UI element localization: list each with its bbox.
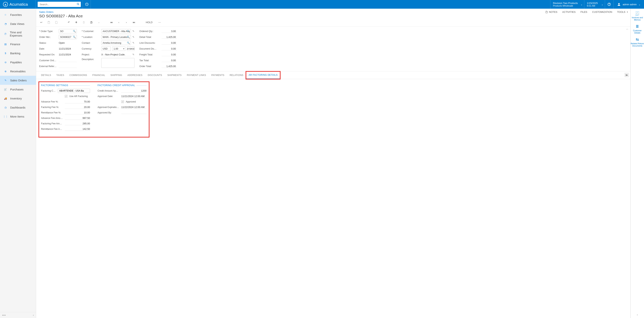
customer-label: Customer: (82, 30, 100, 33)
tab-ar-factoring-details[interactable]: AR FACTORING DETAILS (246, 71, 280, 79)
edit-contact-icon[interactable]: ✎ (132, 42, 134, 44)
nav-label: Favorites (10, 13, 22, 17)
help-button[interactable] (605, 0, 614, 9)
currency-rate-field[interactable]: 1.00▾ (112, 47, 126, 51)
rail-related-returns[interactable]: ⇆ Related Return Documents (631, 37, 644, 47)
undo-button[interactable]: ↶ (67, 20, 71, 25)
nav-label: More Items (10, 115, 24, 118)
svg-rect-8 (90, 22, 92, 23)
tenant-selector[interactable]: Revision Two Products Products Wholesale… (550, 0, 584, 9)
files-action[interactable]: FILES (580, 11, 587, 13)
search-input[interactable] (38, 2, 81, 7)
nav-item-time-and-expenses[interactable]: ⏱Time and Expenses (0, 28, 36, 40)
currency-field[interactable]: USD (101, 47, 111, 51)
nav-icon: ◔ (4, 22, 8, 26)
edit-customer-icon[interactable]: ✎ (132, 30, 134, 33)
freight-total-label: Freight Total: (139, 53, 160, 56)
more-menu-icon[interactable]: ••• (2, 314, 6, 316)
business-time: 6:01 AM (587, 5, 602, 7)
notes-action[interactable]: NOTES (545, 11, 558, 13)
edit-location-icon[interactable]: ✎ (132, 36, 134, 39)
tab-shipments[interactable]: SHIPMENTS (165, 72, 184, 79)
edit-project-icon[interactable]: ✎ (132, 53, 134, 56)
nav-item-finance[interactable]: ▤Finance (0, 40, 36, 49)
tabs-overflow-button[interactable]: ≫ (624, 73, 629, 77)
tab-payments[interactable]: PAYMENTS (209, 72, 227, 79)
nav-item-dashboards[interactable]: ◷Dashboards (0, 103, 36, 112)
invoice-icon: 🧾 (635, 11, 640, 16)
clipboard-dropdown[interactable]: ⌄ (97, 20, 101, 25)
description-field[interactable] (101, 58, 134, 68)
hold-button[interactable]: HOLD (144, 20, 154, 25)
customer-field[interactable]: AACUSTOMER - Alta Ace🔍 (101, 29, 131, 33)
factoring-company-field[interactable] (58, 89, 90, 93)
prev-record-button[interactable]: ‹ (117, 20, 121, 25)
user-name: admin admin (623, 3, 637, 6)
first-record-button[interactable]: ⏮ (109, 20, 113, 25)
tab-commissions[interactable]: COMMISSIONS (67, 72, 90, 79)
files-label: FILES (580, 11, 587, 13)
customization-action[interactable]: CUSTOMIZATION (592, 11, 612, 13)
nav-item-sales-orders[interactable]: ✎Sales Orders (0, 76, 36, 85)
factoring-fee-amt-label: Factoring Fee Am… (41, 122, 64, 125)
tools-action[interactable]: TOOLS (617, 11, 628, 13)
selector-icon[interactable]: 🔍 (127, 42, 130, 44)
nav-item-receivables[interactable]: ⊕Receivables (0, 67, 36, 76)
currency-label: Currency: (82, 48, 100, 50)
use-ar-factoring-checkbox[interactable]: ✓ (65, 95, 68, 98)
selector-icon[interactable]: 🔍 (73, 36, 76, 39)
view-base-button[interactable]: VIEW BASE (127, 47, 134, 51)
order-type-label: Order Type: (39, 30, 57, 33)
tab-payment-links[interactable]: PAYMENT LINKS (184, 72, 209, 79)
tab-details[interactable]: DETAILS (38, 72, 54, 79)
recent-icon[interactable] (83, 0, 91, 9)
nav-item-inventory[interactable]: 🚚Inventory (0, 94, 36, 103)
activities-label: ACTIVITIES (562, 11, 576, 13)
rail-customer-details[interactable]: ≣ Customer Details (631, 24, 644, 34)
last-record-button[interactable]: ⏭ (132, 20, 136, 25)
tab-taxes[interactable]: TAXES (54, 72, 67, 79)
nav-item-data-views[interactable]: ◔Data Views (0, 19, 36, 28)
svg-rect-6 (48, 21, 49, 22)
more-actions-button[interactable]: ⋯ (158, 20, 162, 25)
nav-item-favorites[interactable]: ☆Favorites (0, 10, 36, 19)
next-record-button[interactable]: › (124, 20, 128, 25)
tab-addresses[interactable]: ADDRESSES (125, 72, 145, 79)
nav-item-more-items[interactable]: ⋮⋮More Items (0, 112, 36, 121)
order-type-field[interactable]: SO🔍 (59, 29, 77, 33)
collapse-nav-icon[interactable]: ‹ (33, 314, 34, 316)
tab-shipping[interactable]: SHIPPING (108, 72, 125, 79)
nav-item-banking[interactable]: $Banking (0, 49, 36, 58)
back-button[interactable]: ↩ (39, 20, 43, 25)
clipboard-button[interactable] (89, 20, 94, 25)
brand-logo[interactable]: a Acumatica (0, 0, 36, 9)
selector-icon[interactable]: 🔍 (73, 30, 76, 33)
line-discounts-label: Line Discounts: (139, 42, 160, 44)
user-menu[interactable]: admin admin ⌄ (614, 0, 644, 9)
ordered-qty-value: 3.00 (162, 30, 177, 33)
nav-item-purchases[interactable]: 🛒Purchases (0, 85, 36, 94)
selector-icon[interactable]: 🔍 (127, 30, 130, 33)
location-field[interactable]: MAIN - Primary Location🔍 (101, 35, 131, 39)
chevron-down-icon: ⌄ (580, 3, 582, 6)
business-date-selector[interactable]: 1/15/2025 6:01 AM ⌄ (584, 0, 605, 9)
order-type-value: SO (60, 30, 64, 33)
contact-field[interactable]: Amelia Armstrong🔍 (101, 41, 131, 45)
nav-icon: 🛒 (4, 87, 8, 91)
approved-checkbox[interactable]: ✓ (121, 100, 124, 103)
collapse-header-icon[interactable]: ︿ (626, 27, 628, 31)
tab-relations[interactable]: RELATIONS (227, 72, 246, 79)
factoring-settings-title: FACTORING SETTINGS (41, 84, 68, 87)
activities-action[interactable]: ACTIVITIES (562, 11, 576, 13)
breadcrumb[interactable]: Sales Orders (39, 11, 627, 13)
nav-item-payables[interactable]: ⊖Payables (0, 58, 36, 67)
siderail-collapse-icon[interactable]: ‹ (635, 311, 640, 318)
rail-invoices-memos[interactable]: 🧾 Invoices and Memos (631, 11, 644, 21)
selector-icon[interactable]: 🔍 (127, 36, 130, 39)
tab-financial[interactable]: FINANCIAL (90, 72, 108, 79)
dropdown-icon[interactable]: ▾ (123, 47, 124, 50)
order-nbr-field[interactable]: SO008327🔍 (59, 35, 77, 39)
add-button[interactable]: + (74, 20, 78, 25)
search-icon[interactable] (77, 3, 80, 6)
tab-discounts[interactable]: DISCOUNTS (145, 72, 164, 79)
